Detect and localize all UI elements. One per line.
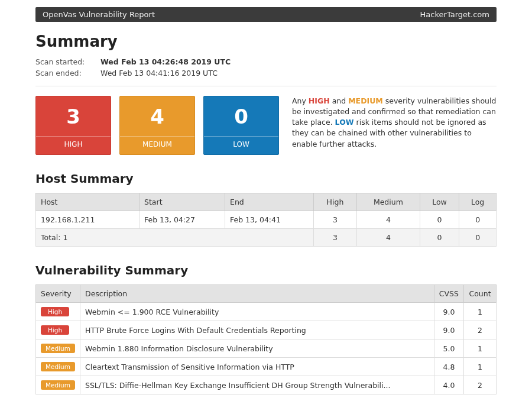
vuln-row: HighHTTP Brute Force Logins With Default… (36, 321, 497, 339)
severity-blocks: 3 HIGH 4 MEDIUM 0 LOW (35, 96, 279, 155)
host-total-row: Total: 1 3 4 0 0 (36, 229, 497, 247)
vuln-count: 1 (464, 358, 497, 376)
col-high: High (314, 193, 357, 211)
sev-word-medium: MEDIUM (348, 96, 383, 105)
host-medium: 4 (356, 211, 420, 229)
severity-badge: High (41, 325, 69, 335)
report-title: OpenVas Vulnerability Report (43, 10, 155, 19)
host-high: 3 (314, 211, 357, 229)
col-log: Log (459, 193, 497, 211)
total-low: 0 (420, 229, 459, 247)
host-summary-heading: Host Summary (35, 172, 497, 186)
severity-block-low: 0 LOW (203, 96, 279, 155)
host-summary-table: Host Start End High Medium Low Log 192.1… (35, 193, 497, 247)
col-end: End (225, 193, 314, 211)
severity-badge: High (41, 307, 69, 316)
col-start: Start (140, 193, 225, 211)
vuln-summary-table: Severity Description CVSS Count HighWebm… (35, 284, 497, 394)
col-severity: Severity (36, 285, 80, 303)
severity-block-medium: 4 MEDIUM (119, 96, 195, 155)
sev-text-b: and (330, 96, 348, 105)
col-low: Low (420, 193, 459, 211)
low-label: LOW (204, 136, 278, 154)
scan-ended-label: Scan ended: (35, 69, 100, 77)
col-count: Count (464, 285, 497, 303)
scan-started-value: Wed Feb 13 04:26:48 2019 UTC (100, 57, 231, 66)
vuln-row: MediumSSL/TLS: Diffie-Hellman Key Exchan… (36, 376, 497, 394)
topbar: OpenVas Vulnerability Report HackerTarge… (35, 7, 497, 22)
col-description: Description (80, 285, 434, 303)
severity-block-high: 3 HIGH (35, 96, 111, 155)
vuln-severity-cell: High (36, 303, 80, 321)
vuln-description: Webmin 1.880 Information Disclosure Vuln… (80, 339, 434, 358)
severity-description: Any HIGH and MEDIUM severity vulnerabili… (292, 96, 497, 155)
host-table-header-row: Host Start End High Medium Low Log (36, 193, 497, 211)
vuln-count: 1 (464, 339, 497, 358)
host-low: 0 (420, 211, 459, 229)
severity-badge: Medium (41, 362, 75, 371)
severity-badge: Medium (41, 380, 75, 390)
vuln-severity-cell: High (36, 321, 80, 339)
report-page: OpenVas Vulnerability Report HackerTarge… (0, 0, 532, 394)
severity-badge: Medium (41, 344, 75, 353)
col-cvss: CVSS (434, 285, 463, 303)
vuln-summary-heading: Vulnerability Summary (35, 263, 497, 277)
medium-count: 4 (150, 96, 164, 136)
host-ip: 192.168.1.211 (36, 211, 140, 229)
total-high: 3 (314, 229, 357, 247)
host-end: Feb 13, 04:41 (225, 211, 314, 229)
total-label: Total: 1 (36, 229, 314, 247)
divider (35, 86, 497, 86)
sev-word-high: HIGH (309, 96, 330, 105)
vuln-severity-cell: Medium (36, 358, 80, 376)
vuln-cvss: 4.0 (434, 376, 463, 394)
scan-started-row: Scan started: Wed Feb 13 04:26:48 2019 U… (35, 57, 497, 66)
vuln-description: SSL/TLS: Diffie-Hellman Key Exchange Ins… (80, 376, 434, 394)
low-count: 0 (234, 96, 248, 136)
scan-ended-row: Scan ended: Wed Feb 13 04:41:16 2019 UTC (35, 69, 497, 77)
vuln-count: 1 (464, 303, 497, 321)
vuln-description: Webmin <= 1.900 RCE Vulnerability (80, 303, 434, 321)
vuln-severity-cell: Medium (36, 376, 80, 394)
vuln-cvss: 5.0 (434, 339, 463, 358)
vuln-description: Cleartext Transmission of Sensitive Info… (80, 358, 434, 376)
high-label: HIGH (36, 136, 111, 154)
vuln-description: HTTP Brute Force Logins With Default Cre… (80, 321, 434, 339)
host-row: 192.168.1.211 Feb 13, 04:27 Feb 13, 04:4… (36, 211, 497, 229)
brand-link[interactable]: HackerTarget.com (420, 10, 489, 19)
col-medium: Medium (356, 193, 420, 211)
summary-heading: Summary (35, 33, 497, 50)
vuln-severity-cell: Medium (36, 339, 80, 358)
total-medium: 4 (356, 229, 420, 247)
vuln-row: MediumCleartext Transmission of Sensitiv… (36, 358, 497, 376)
vuln-cvss: 4.8 (434, 358, 463, 376)
vuln-row: MediumWebmin 1.880 Information Disclosur… (36, 339, 497, 358)
vuln-count: 2 (464, 321, 497, 339)
scan-ended-value: Wed Feb 13 04:41:16 2019 UTC (100, 69, 218, 77)
host-log: 0 (459, 211, 497, 229)
sev-word-low: LOW (335, 118, 354, 127)
vuln-row: HighWebmin <= 1.900 RCE Vulnerability9.0… (36, 303, 497, 321)
vuln-count: 2 (464, 376, 497, 394)
col-host: Host (36, 193, 140, 211)
sev-text-a: Any (292, 96, 309, 105)
vuln-cvss: 9.0 (434, 321, 463, 339)
host-start: Feb 13, 04:27 (140, 211, 225, 229)
severity-row: 3 HIGH 4 MEDIUM 0 LOW Any HIGH and MEDIU… (35, 96, 497, 155)
medium-label: MEDIUM (120, 136, 194, 154)
vuln-cvss: 9.0 (434, 303, 463, 321)
total-log: 0 (459, 229, 497, 247)
high-count: 3 (66, 96, 80, 136)
vuln-table-header-row: Severity Description CVSS Count (36, 285, 497, 303)
scan-started-label: Scan started: (35, 57, 100, 66)
